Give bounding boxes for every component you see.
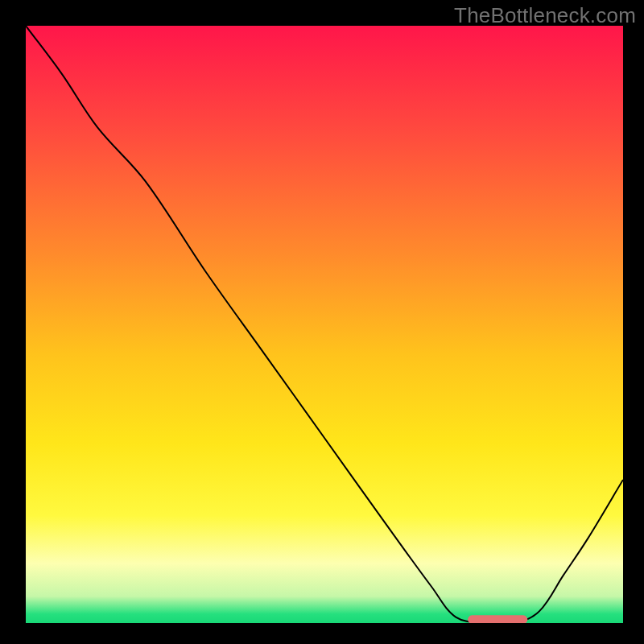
sweet-spot-marker — [468, 615, 527, 623]
watermark-text: TheBottleneck.com — [454, 3, 636, 28]
bottleneck-chart — [26, 26, 623, 623]
chart-frame: TheBottleneck.com — [0, 0, 644, 644]
plot-area — [26, 26, 623, 623]
gradient-background — [26, 26, 623, 623]
